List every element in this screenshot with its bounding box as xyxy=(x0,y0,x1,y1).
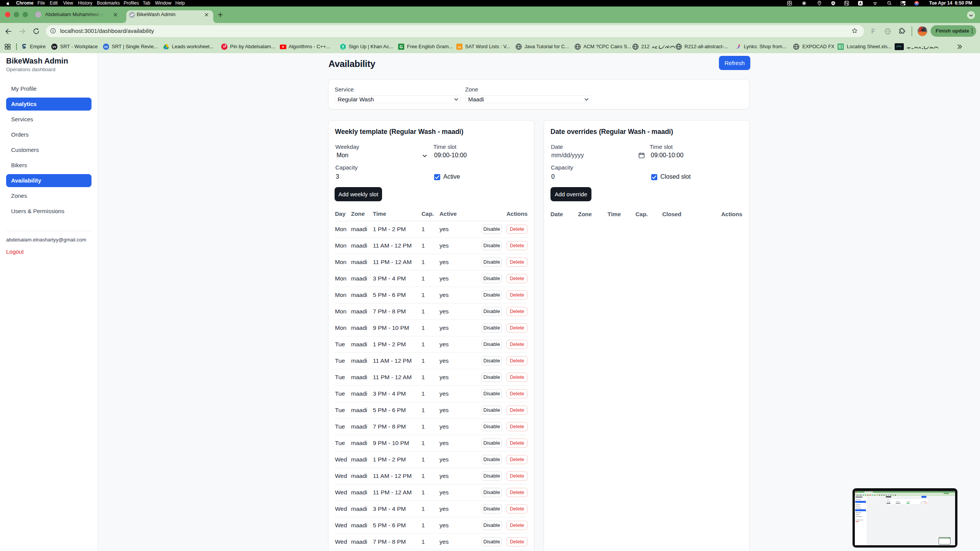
svg-text:m: m xyxy=(458,45,461,49)
svg-text:G: G xyxy=(400,44,403,49)
